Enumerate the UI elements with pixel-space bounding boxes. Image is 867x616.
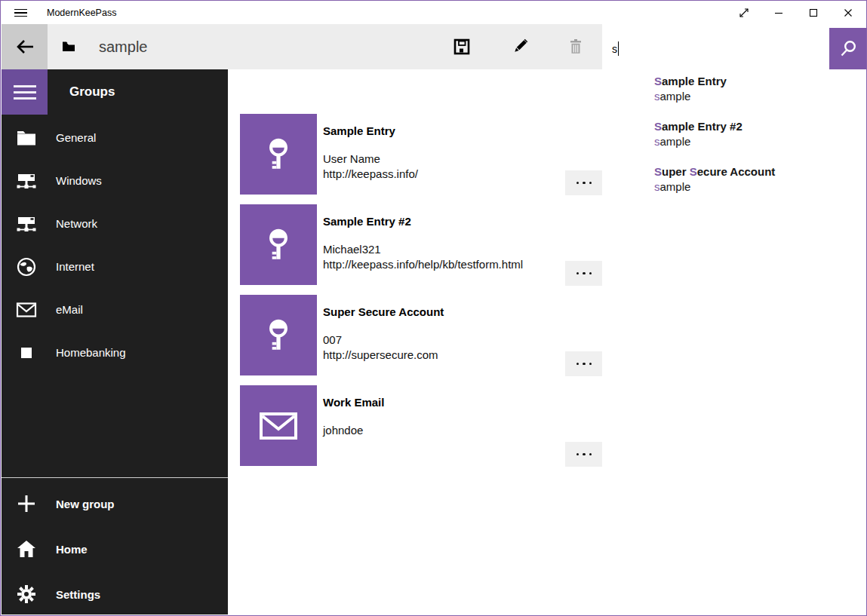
result-subtitle: sample <box>654 134 867 149</box>
key-icon <box>260 226 297 264</box>
entry-row-super-secure-account[interactable]: Super Secure Account 007 http://supersec… <box>240 295 604 375</box>
trash-icon <box>567 38 585 56</box>
sidebar-item-label: Home <box>56 543 88 556</box>
sidebar-actions: New group Home <box>2 481 228 616</box>
sidebar-item-label: eMail <box>56 303 83 316</box>
sidebar-item-email[interactable]: eMail <box>2 288 228 331</box>
entry-row-work-email[interactable]: Work Email johndoe <box>240 385 604 466</box>
sidebar-item-label: Network <box>56 217 97 230</box>
more-button[interactable] <box>565 351 603 376</box>
square-icon <box>16 342 37 363</box>
result-title: Sample Entry #2 <box>654 119 867 134</box>
fullscreen-button[interactable] <box>727 2 761 24</box>
sidebar-divider <box>2 477 228 478</box>
entry-details: Michael321 http://keepass.info/help/kb/t… <box>323 242 523 272</box>
home-icon <box>16 538 37 559</box>
entry-url: http://keepass.info/help/kb/testform.htm… <box>323 257 523 272</box>
save-icon <box>453 38 471 56</box>
search-icon <box>838 39 858 59</box>
entry-details: 007 http://supersecure.com <box>323 333 444 363</box>
entry-text: Sample Entry User Name http://keepass.in… <box>317 114 418 195</box>
text-caret <box>618 41 619 56</box>
group-name: sample <box>99 24 147 69</box>
nav-hamburger-button[interactable] <box>2 69 48 115</box>
close-button[interactable] <box>831 2 865 24</box>
new-group-button[interactable]: New group <box>2 481 228 526</box>
edit-pencil-icon <box>511 38 529 56</box>
entry-url: http://supersecure.com <box>323 348 444 363</box>
sidebar-item-homebanking[interactable]: Homebanking <box>2 331 228 374</box>
group-list: General Windows <box>2 116 228 374</box>
groups-heading: Groups <box>69 69 115 115</box>
sidebar-item-windows[interactable]: Windows <box>2 159 228 202</box>
group-folder-icon <box>62 41 75 52</box>
save-button[interactable] <box>436 24 487 69</box>
window-controls <box>727 2 865 24</box>
search-input[interactable]: s <box>602 28 829 69</box>
result-title: Super Secure Account <box>654 164 867 179</box>
entry-tile <box>240 295 317 375</box>
minimize-icon <box>773 7 785 19</box>
key-icon <box>260 317 297 354</box>
minimize-button[interactable] <box>761 2 796 24</box>
entry-text: Sample Entry #2 Michael321 http://keepas… <box>317 204 523 285</box>
entry-username: 007 <box>323 333 444 348</box>
home-button[interactable]: Home <box>2 526 228 572</box>
entry-url: http://keepass.info/ <box>323 167 418 182</box>
key-icon <box>260 136 297 173</box>
entry-row-sample-entry[interactable]: Sample Entry User Name http://keepass.in… <box>240 114 604 195</box>
maximize-icon <box>807 7 819 19</box>
search-button[interactable] <box>829 28 867 69</box>
sidebar-item-internet[interactable]: Internet <box>2 245 228 288</box>
network-icon <box>16 170 37 192</box>
sidebar-item-label: New group <box>56 498 115 510</box>
sidebar-item-network[interactable]: Network <box>2 202 228 245</box>
sidebar-item-label: Settings <box>56 588 100 601</box>
entry-username: johndoe <box>323 423 384 438</box>
settings-button[interactable]: Settings <box>2 572 228 616</box>
more-button[interactable] <box>565 261 603 286</box>
entry-text: Super Secure Account 007 http://supersec… <box>317 295 444 375</box>
plus-icon <box>16 493 37 514</box>
result-subtitle: sample <box>654 89 867 104</box>
entry-text: Work Email johndoe <box>317 385 384 466</box>
search-result-sample-entry[interactable]: Sample Entry sample <box>602 74 867 119</box>
folder-icon <box>16 127 37 149</box>
app-title: ModernKeePass <box>47 2 116 24</box>
entry-username: User Name <box>323 152 418 167</box>
entry-title: Sample Entry #2 <box>323 215 523 228</box>
sidebar: Groups General <box>2 69 228 614</box>
app-window: ModernKeePass <box>0 0 867 616</box>
edit-button[interactable] <box>494 24 546 69</box>
entry-username: Michael321 <box>323 242 523 257</box>
result-subtitle: sample <box>654 179 867 195</box>
search-results-flyout: Sample Entry sample Sample Entry #2 samp… <box>602 69 867 614</box>
search-query-text: s <box>612 43 617 55</box>
entry-title: Sample Entry <box>323 124 418 137</box>
search-result-sample-entry-2[interactable]: Sample Entry #2 sample <box>602 119 867 164</box>
sidebar-item-label: General <box>56 131 96 144</box>
entry-tile <box>240 114 317 195</box>
search-result-super-secure-account[interactable]: Super Secure Account sample <box>602 164 867 210</box>
more-button[interactable] <box>565 170 603 195</box>
entry-row-sample-entry-2[interactable]: Sample Entry #2 Michael321 http://keepas… <box>240 204 604 285</box>
gear-icon <box>16 584 37 605</box>
fullscreen-icon <box>738 7 750 19</box>
titlebar-hamburger-icon[interactable] <box>13 2 35 24</box>
entry-details: User Name http://keepass.info/ <box>323 152 418 182</box>
envelope-icon <box>16 299 37 320</box>
search-result-list: Sample Entry sample Sample Entry #2 samp… <box>602 69 867 210</box>
more-button[interactable] <box>565 442 603 467</box>
entry-list: Sample Entry User Name http://keepass.in… <box>240 114 604 476</box>
sidebar-item-label: Homebanking <box>56 346 126 359</box>
entry-title: Work Email <box>323 396 384 409</box>
sidebar-item-general[interactable]: General <box>2 116 228 159</box>
back-button[interactable] <box>2 24 48 69</box>
entry-tile <box>240 204 317 285</box>
sidebar-item-label: Windows <box>56 174 102 187</box>
delete-button[interactable] <box>550 24 601 69</box>
maximize-button[interactable] <box>796 2 831 24</box>
entry-details: johndoe <box>323 423 384 438</box>
result-title: Sample Entry <box>654 74 867 89</box>
appbar: sample <box>2 24 602 69</box>
